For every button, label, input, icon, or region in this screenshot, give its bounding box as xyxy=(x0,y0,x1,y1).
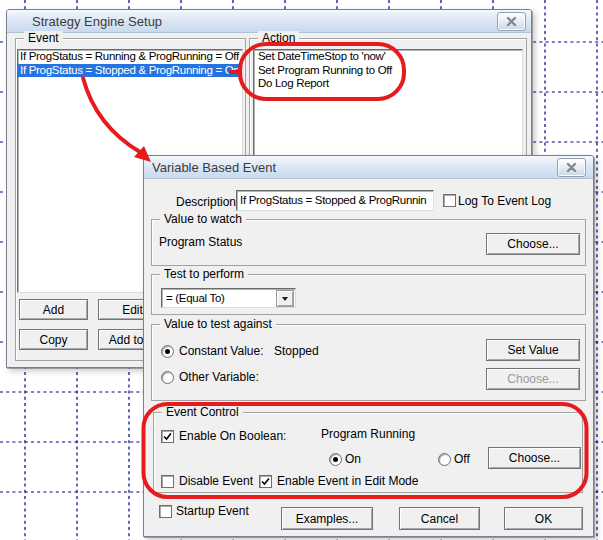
enable-on-boolean-label: Enable On Boolean: xyxy=(179,429,286,443)
description-label: Description: xyxy=(176,195,234,209)
close-button[interactable] xyxy=(557,158,586,177)
test-dropdown[interactable]: = (Equal To) xyxy=(161,288,296,308)
enable-event-in-edit-mode-checkbox[interactable] xyxy=(259,475,272,488)
value-to-test-label: Value to test against xyxy=(160,317,276,331)
choose-watch-button[interactable]: Choose... xyxy=(486,233,580,255)
event-group-label: Event xyxy=(24,31,63,45)
radio-dot-icon xyxy=(333,457,338,462)
boolean-on-label: On xyxy=(345,452,361,466)
disable-event-label: Disable Event xyxy=(179,474,253,488)
action-group-label: Action xyxy=(258,31,299,45)
variable-based-event-window: Variable Based Event Description: If Pro… xyxy=(143,155,594,537)
log-to-event-log-label: Log To Event Log xyxy=(458,194,551,208)
boolean-off-label: Off xyxy=(454,452,470,466)
action-list-item[interactable]: Set Program Running to Off xyxy=(254,64,522,78)
value-to-watch-label: Value to watch xyxy=(160,212,246,226)
constant-value-text: Stopped xyxy=(274,344,319,358)
watched-variable-value: Program Status xyxy=(159,235,242,249)
log-to-event-log-checkbox[interactable] xyxy=(443,194,456,207)
action-list-item[interactable]: Do Log Report xyxy=(254,77,522,91)
window-title: Strategy Engine Setup xyxy=(32,14,162,29)
set-value-button[interactable]: Set Value xyxy=(486,339,580,361)
check-icon xyxy=(162,431,173,442)
constant-value-label: Constant Value: xyxy=(179,344,264,358)
close-button[interactable] xyxy=(497,12,526,31)
chevron-down-icon xyxy=(282,297,288,301)
window-title: Variable Based Event xyxy=(152,160,276,175)
radio-dot-icon xyxy=(165,349,170,354)
dropdown-arrow-button[interactable] xyxy=(276,290,294,307)
other-variable-label: Other Variable: xyxy=(179,370,259,384)
add-button[interactable]: Add xyxy=(19,299,88,320)
boolean-variable-name: Program Running xyxy=(321,427,415,441)
choose-other-variable-button: Choose... xyxy=(486,368,580,390)
title-bar[interactable]: Strategy Engine Setup xyxy=(7,10,531,33)
close-icon xyxy=(566,163,577,172)
close-icon xyxy=(506,17,517,26)
constant-value-radio[interactable] xyxy=(161,345,174,358)
boolean-off-radio[interactable] xyxy=(438,453,451,466)
title-bar[interactable]: Variable Based Event xyxy=(144,156,593,179)
test-to-perform-label: Test to perform xyxy=(160,267,248,281)
disable-event-checkbox[interactable] xyxy=(161,475,174,488)
cancel-button[interactable]: Cancel xyxy=(399,507,480,530)
enable-on-boolean-checkbox[interactable] xyxy=(161,430,174,443)
ok-button[interactable]: OK xyxy=(504,507,583,530)
event-list-item[interactable]: If ProgStatus = Stopped & ProgRunning = … xyxy=(18,64,242,78)
event-control-label: Event Control xyxy=(162,405,243,419)
description-input[interactable]: If ProgStatus = Stopped & ProgRunnin xyxy=(236,190,434,211)
screen: Strategy Engine Setup Event If ProgStatu… xyxy=(0,0,603,540)
enable-event-in-edit-mode-label: Enable Event in Edit Mode xyxy=(277,474,418,488)
event-list-item[interactable]: If ProgStatus = Running & ProgRunning = … xyxy=(18,50,242,64)
boolean-on-radio[interactable] xyxy=(329,453,342,466)
startup-event-label: Startup Event xyxy=(176,504,249,518)
check-icon xyxy=(260,476,271,487)
other-variable-radio[interactable] xyxy=(161,371,174,384)
action-list-item[interactable]: Set DateTimeStop to 'now' xyxy=(254,50,522,64)
copy-button[interactable]: Copy xyxy=(19,329,88,350)
startup-event-checkbox[interactable] xyxy=(159,505,172,518)
examples-button[interactable]: Examples... xyxy=(281,507,373,530)
choose-boolean-button[interactable]: Choose... xyxy=(488,447,581,469)
